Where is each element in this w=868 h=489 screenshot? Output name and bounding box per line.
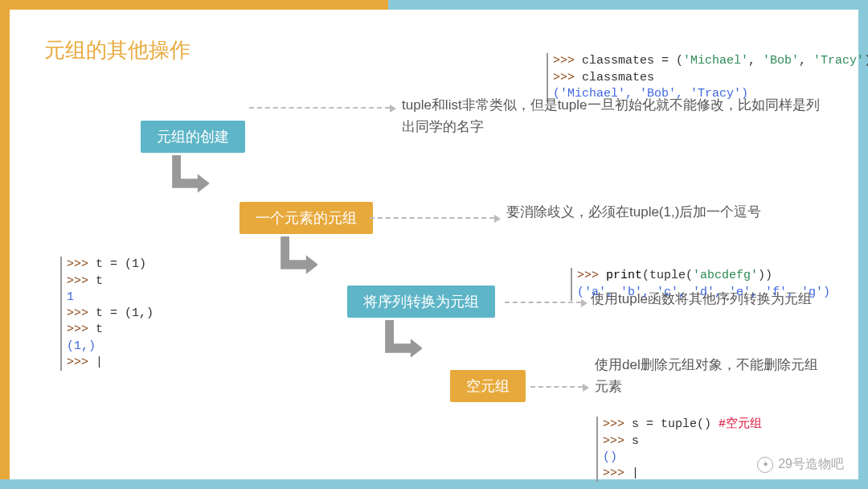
box-convert-sequence: 将序列转换为元组 [347, 286, 495, 318]
dash-4 [530, 386, 583, 388]
desc-4: 使用del删除元组对象，不能删除元组元素 [595, 354, 828, 397]
wechat-icon: ✦ [757, 457, 773, 473]
box-empty-tuple: 空元组 [450, 370, 526, 402]
box-single-element: 一个元素的元组 [240, 202, 373, 234]
border-top-left [0, 0, 388, 10]
box-create-tuple: 元组的创建 [141, 121, 245, 153]
code-empty-tuple: >>> s = tuple() #空元组 >>> s () >>> | [596, 401, 762, 482]
code-single-element: >>> t = (1) >>> t 1 >>> t = (1,) >>> t (… [60, 240, 154, 371]
arrow-3 [382, 320, 422, 360]
arrow-1 [169, 155, 209, 195]
arrow-2 [277, 236, 317, 277]
desc-2: 要消除歧义，必须在tuple(1,)后加一个逗号 [506, 201, 796, 223]
watermark: ✦ 29号造物吧 [757, 456, 844, 473]
code-classmates: >>> classmates = ('Michael', 'Bob', 'Tra… [547, 37, 868, 102]
dash-2 [370, 217, 494, 219]
border-left [0, 0, 10, 489]
watermark-text: 29号造物吧 [778, 456, 844, 473]
dash-3 [505, 302, 581, 303]
desc-1: tuple和list非常类似，但是tuple一旦初始化就不能修改，比如同样是列出… [402, 94, 828, 138]
code-abcdefg: >>> print(tuple('abcdefg')) ('a', 'b', '… [571, 252, 830, 301]
page-title: 元组的其他操作 [44, 36, 190, 64]
dash-1 [249, 107, 390, 109]
border-top-right [388, 0, 868, 10]
